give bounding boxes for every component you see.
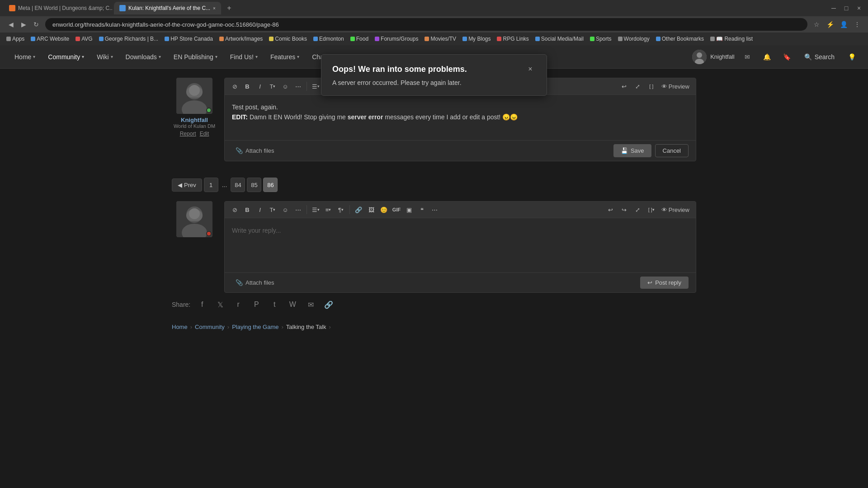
nav-wiki[interactable]: Wiki ▾ (91, 50, 118, 64)
reload-button[interactable]: ↻ (31, 19, 42, 30)
nav-findus[interactable]: Find Us! ▾ (225, 50, 263, 64)
edit-button[interactable]: Edit (200, 131, 209, 137)
expand-button[interactable]: ⤢ (632, 80, 644, 93)
nav-features[interactable]: Features ▾ (265, 50, 305, 64)
bookmark-other[interactable]: Other Bookmarks (653, 35, 707, 43)
forward-button[interactable]: ▶ (18, 19, 29, 30)
smilies-button[interactable]: ☺ (279, 80, 292, 93)
bookmark-social[interactable]: Social Media/Mail (533, 35, 586, 43)
tab-2-close[interactable]: × (213, 6, 216, 11)
share-pinterest-icon[interactable]: P (250, 298, 263, 311)
reply-preview-button[interactable]: 👁 Preview (659, 203, 692, 216)
bookmark-comics[interactable]: Comic Books (266, 35, 310, 43)
share-link-icon[interactable]: 🔗 (322, 298, 335, 311)
search-button[interactable]: 🔍 Search (800, 51, 839, 63)
share-email-icon[interactable]: ✉ (304, 298, 317, 311)
cancel-button[interactable]: Cancel (655, 144, 689, 157)
nav-publishing[interactable]: EN Publishing ▾ (168, 50, 223, 64)
preview-button[interactable]: 👁 Preview (659, 80, 692, 93)
bookmark-sports[interactable]: Sports (587, 35, 614, 43)
bbcode-button[interactable]: [ ] (645, 80, 658, 93)
reply-link-button[interactable]: 🔗 (352, 203, 365, 216)
profile-icon[interactable]: 👤 (838, 19, 849, 30)
bookmark-edmonton[interactable]: Edmonton (311, 35, 347, 43)
reply-quote-button[interactable]: ❝ (415, 203, 428, 216)
minimize-button[interactable]: ─ (828, 3, 839, 14)
reply-media-button[interactable]: ▣ (403, 203, 415, 216)
undo-button[interactable]: ↩ (618, 80, 631, 93)
reply-undo-button[interactable]: ↩ (604, 203, 617, 216)
close-window-button[interactable]: × (854, 3, 864, 14)
settings-icon[interactable]: ⋮ (852, 19, 863, 30)
bookmark-reading[interactable]: 📖 Reading list (708, 35, 755, 43)
reply-emoji-button[interactable]: 😊 (377, 203, 390, 216)
bold-button[interactable]: B (241, 80, 254, 93)
reply-more-insert-button[interactable]: ⋯ (428, 203, 441, 216)
breadcrumb-home[interactable]: Home (172, 324, 188, 330)
prev-page-button[interactable]: ◀ Prev (172, 178, 202, 192)
share-twitter-icon[interactable]: 𝕏 (214, 298, 226, 311)
bookmark-movies[interactable]: Movies/TV (422, 35, 459, 43)
reply-attach-button[interactable]: 📎 Attach files (232, 277, 278, 288)
editor-content[interactable]: Test post, again. EDIT: Damn It EN World… (225, 95, 696, 140)
bookmark-forums[interactable]: Forums/Groups (372, 35, 421, 43)
share-whatsapp-icon[interactable]: W (286, 298, 299, 311)
nav-home[interactable]: Home ▾ (9, 50, 41, 64)
post-reply-button[interactable]: ↩ Post reply (640, 277, 689, 289)
maximize-button[interactable]: □ (841, 3, 852, 14)
error-modal-close-button[interactable]: × (525, 64, 536, 75)
bookmark-rpg[interactable]: RPG Links (494, 35, 531, 43)
reply-bold-button[interactable]: B (241, 203, 254, 216)
breadcrumb-playing[interactable]: Playing the Game (232, 324, 278, 330)
page-84-button[interactable]: 84 (231, 178, 245, 192)
bookmark-food[interactable]: Food (348, 35, 371, 43)
back-button[interactable]: ◀ (5, 19, 16, 30)
reply-image-button[interactable]: 🖼 (365, 203, 377, 216)
reply-list-button[interactable]: ☰▾ (309, 203, 322, 216)
reply-paragraph-button[interactable]: ¶▾ (335, 203, 347, 216)
more-text-button[interactable]: ⋯ (292, 80, 304, 93)
reply-redo-button[interactable]: ↪ (618, 203, 631, 216)
nav-downloads[interactable]: Downloads ▾ (120, 50, 166, 64)
attach-files-button[interactable]: 📎 Attach files (232, 145, 278, 156)
reply-gif-button[interactable]: GIF (390, 203, 403, 216)
bookmark-hp[interactable]: HP Store Canada (162, 35, 216, 43)
lightbulb-icon[interactable]: 💡 (844, 50, 859, 64)
bookmark-wordology[interactable]: Wordology (615, 35, 652, 43)
page-1-button[interactable]: 1 (204, 178, 218, 192)
reply-expand-button[interactable]: ⤢ (632, 203, 644, 216)
reply-more-text-button[interactable]: ⋯ (292, 203, 304, 216)
font-size-button[interactable]: T▾ (266, 80, 279, 93)
notification-bell-icon[interactable]: 🔔 (760, 50, 774, 64)
bookmark-icon[interactable]: 🔖 (780, 50, 794, 64)
reply-content[interactable]: Write your reply... (225, 218, 696, 272)
reply-bbcode-button[interactable]: [ ]▾ (645, 203, 658, 216)
tab-2[interactable]: Kulan: Knightfall's Aerie of the C... × (114, 2, 221, 14)
bookmark-artwork[interactable]: Artwork/Images (217, 35, 265, 43)
list-button[interactable]: ☰▾ (309, 80, 322, 93)
page-85-button[interactable]: 85 (247, 178, 261, 192)
breadcrumb-community[interactable]: Community (195, 324, 225, 330)
bookmark-george[interactable]: George Richards | B... (96, 35, 161, 43)
nav-community[interactable]: Community ▾ (42, 50, 90, 64)
mail-icon[interactable]: ✉ (740, 50, 755, 64)
reply-smilies-button[interactable]: ☺ (279, 203, 292, 216)
url-bar[interactable] (45, 18, 807, 31)
reply-font-button[interactable]: T▾ (266, 203, 279, 216)
reply-italic-button[interactable]: I (254, 203, 266, 216)
bookmark-apps[interactable]: Apps (4, 35, 27, 43)
user-section[interactable]: Knightfall (692, 50, 734, 64)
eraser-button[interactable]: ⊘ (228, 80, 241, 93)
italic-button[interactable]: I (254, 80, 266, 93)
save-button[interactable]: 💾 Save (613, 144, 651, 157)
page-86-button[interactable]: 86 (263, 178, 278, 192)
bookmark-arc[interactable]: ARC Website (28, 35, 72, 43)
breadcrumb-talking[interactable]: Talking the Talk (286, 324, 326, 330)
share-tumblr-icon[interactable]: t (268, 298, 281, 311)
bookmark-blogs[interactable]: My Blogs (460, 35, 493, 43)
extensions-icon[interactable]: ⚡ (825, 19, 835, 30)
new-tab-button[interactable]: + (223, 2, 236, 14)
report-button[interactable]: Report (180, 131, 196, 137)
bookmark-star-icon[interactable]: ☆ (811, 19, 822, 30)
tab-1[interactable]: Meta | EN World | Dungeons &amp; C... × (4, 2, 112, 14)
